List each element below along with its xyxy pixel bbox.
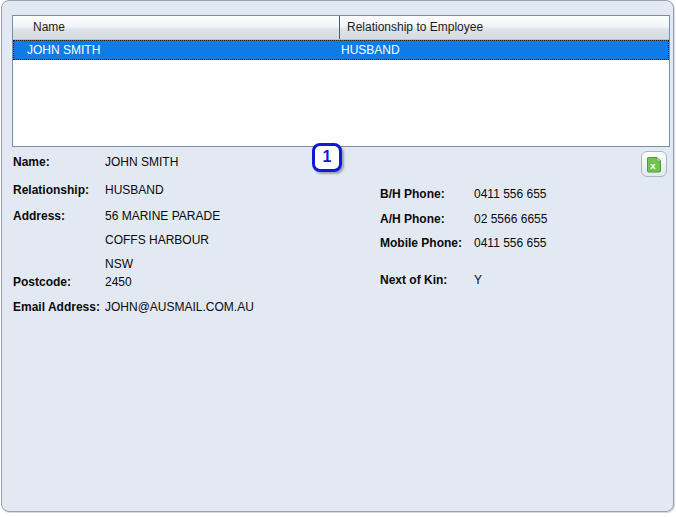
cell-name: JOHN SMITH <box>14 41 339 59</box>
table-header-row: Name Relationship to Employee <box>13 16 669 40</box>
contacts-table: Name Relationship to Employee JOHN SMITH… <box>12 15 670 147</box>
address-label: Address: <box>13 208 65 224</box>
table-row[interactable]: JOHN SMITH HUSBAND <box>13 40 669 60</box>
address-line-3: NSW <box>105 256 133 272</box>
postcode-label: Postcode: <box>13 274 71 290</box>
email-address-value: JOHN@AUSMAIL.COM.AU <box>105 299 254 315</box>
excel-export-icon: x <box>646 156 662 173</box>
next-of-kin-label: Next of Kin: <box>380 272 447 288</box>
export-to-excel-button[interactable]: x <box>641 151 667 177</box>
name-label: Name: <box>13 154 50 170</box>
mobile-phone-label: Mobile Phone: <box>380 235 462 251</box>
callout-1-badge: 1 <box>312 143 342 172</box>
email-address-label: Email Address: <box>13 299 100 315</box>
ah-phone-label: A/H Phone: <box>380 211 445 227</box>
svg-text:x: x <box>650 159 656 170</box>
bh-phone-value: 0411 556 655 <box>474 186 547 202</box>
next-of-kin-panel: Name Relationship to Employee JOHN SMITH… <box>1 0 674 512</box>
address-line-2: COFFS HARBOUR <box>105 232 209 248</box>
cell-relationship: HUSBAND <box>339 41 668 59</box>
relationship-value: HUSBAND <box>105 182 164 198</box>
relationship-label: Relationship: <box>13 182 89 198</box>
address-line-1: 56 MARINE PARADE <box>105 208 220 224</box>
mobile-phone-value: 0411 556 655 <box>474 235 547 251</box>
ah-phone-value: 02 5566 6655 <box>474 211 547 227</box>
bh-phone-label: B/H Phone: <box>380 186 445 202</box>
column-header-relationship[interactable]: Relationship to Employee <box>339 16 669 39</box>
column-header-name[interactable]: Name <box>13 16 339 39</box>
postcode-value: 2450 <box>105 274 132 290</box>
name-value: JOHN SMITH <box>105 154 178 170</box>
next-of-kin-value: Y <box>474 272 482 288</box>
